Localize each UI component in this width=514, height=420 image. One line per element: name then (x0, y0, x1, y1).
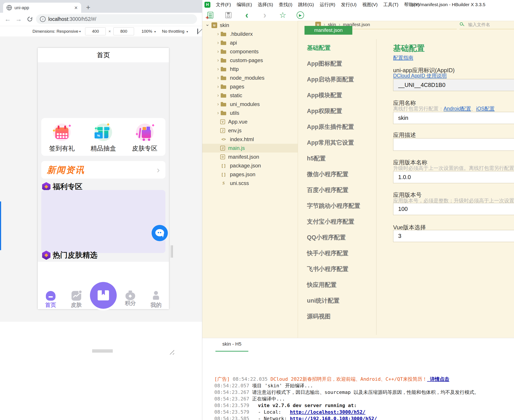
android-config-link[interactable]: Android配置 (444, 106, 471, 112)
manifest-section-item[interactable]: App启动界面配置 (307, 72, 373, 87)
chevron-right-icon[interactable]: › (216, 93, 220, 98)
new-tab-button[interactable]: + (86, 3, 90, 12)
viewport-height-input[interactable] (113, 27, 134, 35)
manifest-section-item[interactable]: App常用其它设置 (307, 135, 373, 150)
app-desc-input[interactable] (393, 138, 514, 151)
manifest-section-item[interactable]: 支付宝小程序配置 (307, 214, 373, 230)
chevron-right-icon[interactable]: › (216, 75, 220, 81)
chevron-right-icon[interactable]: › (216, 110, 220, 116)
tree-item[interactable]: [ ] package.json (202, 161, 298, 170)
manifest-section-item[interactable]: App模块配置 (307, 87, 373, 103)
tree-item[interactable]: › components (202, 47, 298, 56)
viewport-scrollbar[interactable] (171, 245, 171, 258)
new-file-button[interactable] (206, 11, 215, 19)
manifest-section-item[interactable]: 基础配置 (307, 40, 373, 56)
back-button[interactable]: ← (4, 15, 11, 23)
dimensions-select[interactable]: Dimensions: Responsive (32, 29, 78, 34)
viewport-resize-handle[interactable] (92, 350, 113, 350)
tree-item[interactable]: › static (202, 91, 298, 100)
chevron-right-icon[interactable]: › (216, 58, 220, 63)
favorite-star-button[interactable]: ☆ (279, 11, 287, 19)
chevron-expanded-icon[interactable]: › (205, 23, 210, 27)
config-guide-link[interactable]: 配置指南 (393, 54, 413, 61)
menu-item[interactable]: 跳转(G) (295, 1, 317, 8)
chevron-right-icon[interactable]: › (216, 101, 220, 107)
chevron-right-icon[interactable]: › (216, 66, 220, 72)
menu-item[interactable]: 查找(I) (276, 1, 295, 8)
tree-item[interactable]: V App.vue (202, 117, 298, 126)
tab-close-icon[interactable]: × (74, 5, 78, 11)
manifest-section-item[interactable]: 字节跳动小程序配置 (307, 198, 373, 214)
menu-item[interactable]: 发行(U) (338, 1, 359, 8)
tree-item[interactable]: J env.js (202, 126, 298, 135)
tree-item[interactable]: [ ] pages.json (202, 170, 298, 179)
tree-item[interactable]: › http (202, 65, 298, 74)
tree-item[interactable]: › api (202, 38, 298, 47)
tab-points[interactable]: 积分 (118, 291, 142, 307)
rotate-device-icon[interactable] (197, 29, 198, 34)
vue-version-input[interactable] (393, 230, 514, 242)
zoom-select[interactable]: 100% ▾ (142, 29, 157, 34)
manifest-section-item[interactable]: App原生插件配置 (307, 119, 373, 135)
file-search-input[interactable] (468, 22, 508, 27)
manifest-section-item[interactable]: h5配置 (307, 150, 373, 166)
tree-item[interactable]: ⚙ manifest.json (202, 152, 298, 161)
chat-fab-button[interactable] (152, 225, 168, 241)
site-info-icon[interactable]: i (40, 16, 46, 22)
browser-tab[interactable]: uni-app × (3, 3, 81, 13)
tree-item[interactable]: › pages (202, 82, 298, 91)
manifest-section-item[interactable]: 源码视图 (307, 308, 373, 324)
menu-item[interactable]: 运行(R) (317, 1, 338, 8)
version-code-input[interactable] (393, 203, 514, 215)
chevron-right-icon[interactable]: › (216, 31, 220, 37)
console-tab-skin-h5[interactable]: skin - H5 (216, 341, 248, 347)
forward-button[interactable]: → (15, 15, 22, 23)
menu-item[interactable]: 选择(S) (255, 1, 276, 8)
tab-profile[interactable]: 我的 (144, 291, 168, 308)
tree-item[interactable]: › .hbuilderx (202, 30, 298, 38)
manifest-section-item[interactable]: 微信小程序配置 (307, 166, 373, 182)
save-button[interactable] (224, 11, 232, 19)
news-banner[interactable]: 新闻资讯 › (41, 161, 165, 179)
tree-item[interactable]: J main.js (202, 144, 298, 152)
navigate-back-button[interactable]: ‹ (243, 11, 251, 19)
manifest-section-item[interactable]: 快手小程序配置 (307, 245, 373, 261)
ios-config-link[interactable]: iOS配置 (476, 106, 494, 112)
tab-skins[interactable]: 皮肤 (64, 291, 89, 308)
tree-item[interactable]: S uni.scss (202, 179, 298, 188)
tab-home[interactable]: 首页 (39, 291, 63, 308)
menu-item[interactable]: 视图(V) (359, 1, 380, 8)
manifest-section-item[interactable]: uni统计配置 (307, 293, 373, 308)
throttling-select[interactable]: No throttling ▾ (162, 29, 189, 34)
menu-item[interactable]: 工具(T) (380, 1, 401, 8)
url-bar[interactable]: i localhost:3000/h52/#/ (36, 14, 197, 24)
chevron-right-icon[interactable]: › (216, 49, 220, 54)
reload-button[interactable] (27, 16, 33, 22)
manifest-section-item[interactable]: 快应用配置 (307, 277, 373, 293)
editor-tab-manifest[interactable]: manifest.json (305, 26, 352, 35)
file-search-box[interactable] (459, 20, 514, 29)
chevron-right-icon[interactable]: › (216, 40, 220, 46)
tree-item[interactable]: › utils (202, 109, 298, 117)
manifest-section-item[interactable]: 飞书小程序配置 (307, 261, 373, 277)
menu-item[interactable]: 编辑(E) (234, 1, 255, 8)
log-link[interactable]: http://192.168.0.108:3000/h52/ (290, 416, 377, 420)
tab-box-fab-button[interactable] (90, 282, 117, 309)
viewport-width-input[interactable] (85, 27, 106, 35)
manifest-section-item[interactable]: 百度小程序配置 (307, 182, 373, 198)
quick-action-skins[interactable]: 皮肤专区 (128, 121, 161, 153)
manifest-section-item[interactable]: QQ小程序配置 (307, 230, 373, 245)
run-button[interactable]: ▶ (296, 11, 305, 19)
manifest-section-item[interactable]: App图标配置 (307, 56, 373, 72)
appid-doc-link[interactable]: DCloud AppID 使用说明 (393, 72, 447, 79)
quick-action-signin[interactable]: 签到有礼 (45, 121, 78, 153)
log-link[interactable]: http://localhost:3000/h52/ (290, 409, 365, 415)
tree-item[interactable]: › custom-pages (202, 56, 298, 65)
quick-action-boxes[interactable]: % 精品抽盒 (87, 121, 120, 153)
version-name-input[interactable] (393, 171, 514, 183)
navigate-forward-button[interactable]: › (261, 11, 269, 19)
menu-item[interactable]: 文件(F) (213, 1, 234, 8)
manifest-section-item[interactable]: App权限配置 (307, 103, 373, 119)
viewport-resize-corner[interactable] (169, 350, 174, 355)
log-link[interactable]: 详情点击 (427, 376, 449, 382)
